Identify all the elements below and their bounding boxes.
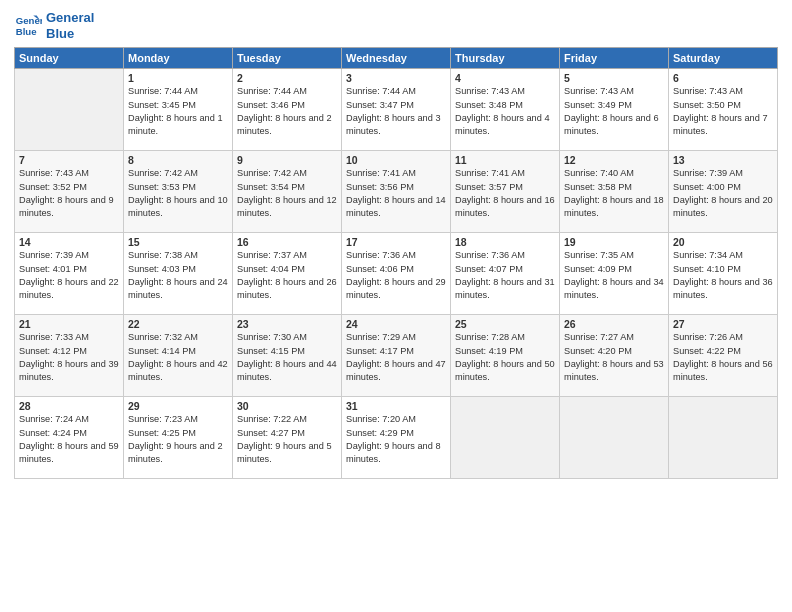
day-number: 30 [237,400,337,412]
calendar-cell: 6Sunrise: 7:43 AMSunset: 3:50 PMDaylight… [669,69,778,151]
day-number: 11 [455,154,555,166]
svg-text:General: General [16,15,42,26]
calendar-cell [15,69,124,151]
column-header-wednesday: Wednesday [342,48,451,69]
day-number: 10 [346,154,446,166]
day-number: 13 [673,154,773,166]
calendar-cell: 31Sunrise: 7:20 AMSunset: 4:29 PMDayligh… [342,397,451,479]
logo-icon: General Blue [14,12,42,40]
calendar-cell: 7Sunrise: 7:43 AMSunset: 3:52 PMDaylight… [15,151,124,233]
cell-text: Sunrise: 7:26 AMSunset: 4:22 PMDaylight:… [673,332,773,382]
day-number: 1 [128,72,228,84]
cell-text: Sunrise: 7:39 AMSunset: 4:00 PMDaylight:… [673,168,773,218]
cell-text: Sunrise: 7:36 AMSunset: 4:06 PMDaylight:… [346,250,446,300]
calendar-cell: 18Sunrise: 7:36 AMSunset: 4:07 PMDayligh… [451,233,560,315]
calendar-cell: 12Sunrise: 7:40 AMSunset: 3:58 PMDayligh… [560,151,669,233]
calendar-week-3: 14Sunrise: 7:39 AMSunset: 4:01 PMDayligh… [15,233,778,315]
calendar-cell: 17Sunrise: 7:36 AMSunset: 4:06 PMDayligh… [342,233,451,315]
cell-text: Sunrise: 7:40 AMSunset: 3:58 PMDaylight:… [564,168,664,218]
day-number: 21 [19,318,119,330]
day-number: 15 [128,236,228,248]
day-number: 27 [673,318,773,330]
logo: General Blue GeneralBlue [14,10,94,41]
day-number: 16 [237,236,337,248]
cell-text: Sunrise: 7:43 AMSunset: 3:52 PMDaylight:… [19,168,114,218]
calendar-cell: 3Sunrise: 7:44 AMSunset: 3:47 PMDaylight… [342,69,451,151]
day-number: 17 [346,236,446,248]
day-number: 9 [237,154,337,166]
day-number: 19 [564,236,664,248]
cell-text: Sunrise: 7:37 AMSunset: 4:04 PMDaylight:… [237,250,337,300]
day-number: 8 [128,154,228,166]
cell-text: Sunrise: 7:41 AMSunset: 3:56 PMDaylight:… [346,168,446,218]
calendar-cell: 10Sunrise: 7:41 AMSunset: 3:56 PMDayligh… [342,151,451,233]
day-number: 18 [455,236,555,248]
day-number: 7 [19,154,119,166]
cell-text: Sunrise: 7:43 AMSunset: 3:50 PMDaylight:… [673,86,768,136]
calendar-body: 1Sunrise: 7:44 AMSunset: 3:45 PMDaylight… [15,69,778,479]
calendar-cell: 19Sunrise: 7:35 AMSunset: 4:09 PMDayligh… [560,233,669,315]
calendar-cell: 14Sunrise: 7:39 AMSunset: 4:01 PMDayligh… [15,233,124,315]
day-number: 22 [128,318,228,330]
calendar-cell: 28Sunrise: 7:24 AMSunset: 4:24 PMDayligh… [15,397,124,479]
calendar-cell: 1Sunrise: 7:44 AMSunset: 3:45 PMDaylight… [124,69,233,151]
day-number: 24 [346,318,446,330]
column-header-saturday: Saturday [669,48,778,69]
cell-text: Sunrise: 7:33 AMSunset: 4:12 PMDaylight:… [19,332,119,382]
calendar-week-2: 7Sunrise: 7:43 AMSunset: 3:52 PMDaylight… [15,151,778,233]
day-number: 2 [237,72,337,84]
cell-text: Sunrise: 7:20 AMSunset: 4:29 PMDaylight:… [346,414,441,464]
page-header: General Blue GeneralBlue [14,10,778,41]
cell-text: Sunrise: 7:38 AMSunset: 4:03 PMDaylight:… [128,250,228,300]
day-number: 5 [564,72,664,84]
day-number: 26 [564,318,664,330]
calendar-cell [451,397,560,479]
cell-text: Sunrise: 7:24 AMSunset: 4:24 PMDaylight:… [19,414,119,464]
column-header-tuesday: Tuesday [233,48,342,69]
calendar-cell: 25Sunrise: 7:28 AMSunset: 4:19 PMDayligh… [451,315,560,397]
cell-text: Sunrise: 7:44 AMSunset: 3:45 PMDaylight:… [128,86,223,136]
day-number: 25 [455,318,555,330]
calendar-cell: 13Sunrise: 7:39 AMSunset: 4:00 PMDayligh… [669,151,778,233]
calendar-cell: 29Sunrise: 7:23 AMSunset: 4:25 PMDayligh… [124,397,233,479]
column-header-monday: Monday [124,48,233,69]
calendar-cell: 21Sunrise: 7:33 AMSunset: 4:12 PMDayligh… [15,315,124,397]
day-number: 6 [673,72,773,84]
calendar-cell: 22Sunrise: 7:32 AMSunset: 4:14 PMDayligh… [124,315,233,397]
calendar-cell: 8Sunrise: 7:42 AMSunset: 3:53 PMDaylight… [124,151,233,233]
calendar-table: SundayMondayTuesdayWednesdayThursdayFrid… [14,47,778,479]
calendar-cell: 5Sunrise: 7:43 AMSunset: 3:49 PMDaylight… [560,69,669,151]
day-number: 29 [128,400,228,412]
cell-text: Sunrise: 7:39 AMSunset: 4:01 PMDaylight:… [19,250,119,300]
column-header-sunday: Sunday [15,48,124,69]
calendar-cell: 9Sunrise: 7:42 AMSunset: 3:54 PMDaylight… [233,151,342,233]
calendar-cell: 20Sunrise: 7:34 AMSunset: 4:10 PMDayligh… [669,233,778,315]
calendar-cell: 11Sunrise: 7:41 AMSunset: 3:57 PMDayligh… [451,151,560,233]
cell-text: Sunrise: 7:29 AMSunset: 4:17 PMDaylight:… [346,332,446,382]
calendar-cell: 15Sunrise: 7:38 AMSunset: 4:03 PMDayligh… [124,233,233,315]
cell-text: Sunrise: 7:27 AMSunset: 4:20 PMDaylight:… [564,332,664,382]
day-number: 31 [346,400,446,412]
cell-text: Sunrise: 7:23 AMSunset: 4:25 PMDaylight:… [128,414,223,464]
calendar-cell: 2Sunrise: 7:44 AMSunset: 3:46 PMDaylight… [233,69,342,151]
column-header-friday: Friday [560,48,669,69]
logo-text: GeneralBlue [46,10,94,41]
calendar-cell: 16Sunrise: 7:37 AMSunset: 4:04 PMDayligh… [233,233,342,315]
cell-text: Sunrise: 7:35 AMSunset: 4:09 PMDaylight:… [564,250,664,300]
cell-text: Sunrise: 7:28 AMSunset: 4:19 PMDaylight:… [455,332,555,382]
cell-text: Sunrise: 7:43 AMSunset: 3:49 PMDaylight:… [564,86,659,136]
column-header-thursday: Thursday [451,48,560,69]
cell-text: Sunrise: 7:30 AMSunset: 4:15 PMDaylight:… [237,332,337,382]
cell-text: Sunrise: 7:44 AMSunset: 3:46 PMDaylight:… [237,86,332,136]
svg-text:Blue: Blue [16,25,37,36]
calendar-week-1: 1Sunrise: 7:44 AMSunset: 3:45 PMDaylight… [15,69,778,151]
cell-text: Sunrise: 7:22 AMSunset: 4:27 PMDaylight:… [237,414,332,464]
day-number: 12 [564,154,664,166]
day-number: 23 [237,318,337,330]
cell-text: Sunrise: 7:41 AMSunset: 3:57 PMDaylight:… [455,168,555,218]
cell-text: Sunrise: 7:43 AMSunset: 3:48 PMDaylight:… [455,86,550,136]
calendar-week-4: 21Sunrise: 7:33 AMSunset: 4:12 PMDayligh… [15,315,778,397]
cell-text: Sunrise: 7:32 AMSunset: 4:14 PMDaylight:… [128,332,228,382]
calendar-header-row: SundayMondayTuesdayWednesdayThursdayFrid… [15,48,778,69]
calendar-cell: 24Sunrise: 7:29 AMSunset: 4:17 PMDayligh… [342,315,451,397]
